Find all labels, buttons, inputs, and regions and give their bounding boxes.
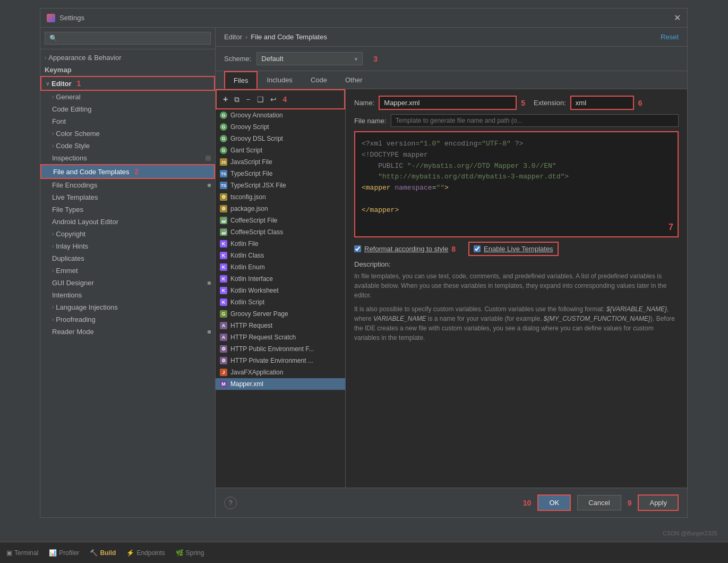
spring-label: Spring	[186, 549, 204, 557]
sidebar-item-editor[interactable]: ∨ Editor 1	[40, 76, 215, 91]
file-item[interactable]: K Kotlin Worksheet	[216, 285, 345, 296]
indicator-icon	[208, 330, 211, 334]
file-item[interactable]: ☕ CoffeeScript Class	[216, 226, 345, 238]
enable-live-label: Enable Live Templates	[484, 245, 553, 253]
sidebar-item-font[interactable]: Font	[40, 115, 215, 127]
scheme-select[interactable]: Default	[256, 52, 363, 65]
file-item[interactable]: ☕ CoffeeScript File	[216, 215, 345, 226]
sidebar-item-code-style[interactable]: › Code Style	[40, 140, 215, 152]
file-type-icon: ☕	[220, 228, 227, 236]
extension-label: Extension:	[534, 99, 566, 107]
file-item[interactable]: K Kotlin Class	[216, 250, 345, 261]
file-item[interactable]: ⚙ package.json	[216, 203, 345, 215]
reformat-label: Reformat according to style	[364, 245, 448, 253]
file-item[interactable]: G Groovy Server Page	[216, 308, 345, 320]
sidebar-item-language-injections[interactable]: › Language Injections	[40, 301, 215, 313]
annotation-3: 3	[373, 55, 378, 63]
sidebar-item-code-editing[interactable]: Code Editing	[40, 103, 215, 115]
file-list-items: G Groovy Annotation G Groovy Script G Gr…	[216, 109, 345, 488]
sidebar-tree: › Appearance & Behavior Keymap ∨ Editor …	[40, 49, 215, 517]
sidebar-item-file-encodings[interactable]: File Encodings	[40, 179, 215, 191]
sidebar-item-inspections[interactable]: Inspections	[40, 152, 215, 164]
sidebar-item-file-templates[interactable]: File and Code Templates 2	[40, 164, 215, 179]
taskbar-profiler[interactable]: 📊 Profiler	[49, 549, 79, 557]
name-input[interactable]	[379, 96, 517, 110]
reset-button[interactable]: Reset	[661, 33, 679, 41]
file-item[interactable]: TS TypeScript JSX File	[216, 180, 345, 191]
file-item[interactable]: ⚙ HTTP Public Environment F...	[216, 343, 345, 355]
sidebar-item-proofreading[interactable]: › Proofreading	[40, 313, 215, 326]
tab-other-label: Other	[345, 76, 363, 84]
apply-button[interactable]: Apply	[638, 494, 679, 511]
file-item[interactable]: A HTTP Request Scratch	[216, 331, 345, 343]
help-button[interactable]: ?	[224, 497, 237, 509]
cancel-button[interactable]: Cancel	[577, 495, 621, 510]
sidebar-item-appearance[interactable]: › Appearance & Behavior	[40, 52, 215, 64]
reformat-checkbox[interactable]	[354, 245, 361, 252]
expand-arrow: ›	[52, 317, 54, 322]
file-type-icon: ⚙	[220, 205, 227, 212]
ok-button[interactable]: OK	[537, 494, 571, 511]
expand-arrow: ›	[52, 131, 54, 137]
close-button[interactable]: ✕	[674, 13, 681, 23]
sidebar-item-reader-mode[interactable]: Reader Mode	[40, 326, 215, 338]
file-item[interactable]: G Groovy DSL Script	[216, 133, 345, 144]
file-item[interactable]: J JavaFXApplication	[216, 366, 345, 378]
tab-code[interactable]: Code	[302, 71, 336, 89]
file-item[interactable]: K Kotlin File	[216, 238, 345, 250]
indicator-icon	[208, 282, 211, 285]
expand-arrow: ›	[52, 304, 54, 310]
sidebar-item-keymap[interactable]: Keymap	[40, 64, 215, 76]
right-editor: Name: 5 Extension: 6 File name:	[346, 89, 687, 488]
expand-arrow: ›	[52, 268, 54, 274]
sidebar-item-general[interactable]: › General	[40, 91, 215, 103]
file-item[interactable]: A HTTP Request	[216, 320, 345, 331]
tab-includes-label: Includes	[267, 76, 292, 84]
sidebar-item-duplicates[interactable]: Duplicates	[40, 252, 215, 265]
file-type-icon: ☕	[220, 217, 227, 224]
code-editor[interactable]: <?xml version="1.0" encoding="UTF-8" ?> …	[354, 131, 679, 237]
file-item[interactable]: ⚙ tsconfig.json	[216, 191, 345, 203]
file-type-icon: G	[220, 123, 227, 131]
file-item[interactable]: G Groovy Annotation	[216, 109, 345, 121]
sidebar-item-gui-designer[interactable]: GUI Designer	[40, 277, 215, 289]
file-item[interactable]: G Gant Script	[216, 144, 345, 156]
sidebar-item-emmet[interactable]: › Emmet	[40, 265, 215, 277]
tab-includes[interactable]: Includes	[258, 71, 301, 89]
extension-input[interactable]	[570, 96, 634, 110]
taskbar-spring[interactable]: 🌿 Spring	[176, 549, 204, 557]
sidebar-item-copyright[interactable]: › Copyright	[40, 228, 215, 240]
duplicate-button[interactable]: ❑	[255, 94, 266, 105]
file-type-icon: K	[220, 252, 227, 259]
sidebar-item-live-templates[interactable]: Live Templates	[40, 191, 215, 203]
file-item-mapper[interactable]: M Mapper.xml	[216, 378, 345, 390]
tab-other[interactable]: Other	[336, 71, 372, 89]
file-item[interactable]: K Kotlin Script	[216, 296, 345, 308]
sidebar-item-color-scheme[interactable]: › Color Scheme	[40, 127, 215, 140]
file-type-icon: G	[220, 112, 227, 119]
enable-live-checkbox[interactable]	[474, 245, 481, 252]
file-item[interactable]: K Kotlin Interface	[216, 273, 345, 285]
file-item[interactable]: TS TypeScript File	[216, 168, 345, 180]
taskbar-build[interactable]: 🔨 Build	[90, 549, 116, 557]
filename-input[interactable]	[391, 114, 679, 127]
revert-button[interactable]: ↩	[268, 94, 279, 105]
file-item[interactable]: G Groovy Script	[216, 121, 345, 133]
copy-button[interactable]: ⧉	[232, 94, 242, 105]
taskbar: ▣ Terminal 📊 Profiler 🔨 Build ⚡ Endpoint…	[0, 542, 728, 563]
remove-button[interactable]: −	[244, 94, 252, 105]
file-item-name: Kotlin Interface	[230, 275, 273, 283]
file-item[interactable]: K Kotlin Enum	[216, 261, 345, 273]
search-input[interactable]	[45, 32, 211, 45]
sidebar-item-intentions[interactable]: Intentions	[40, 289, 215, 301]
file-item[interactable]: ⚙ HTTP Private Environment ...	[216, 355, 345, 366]
sidebar-item-inlay-hints[interactable]: › Inlay Hints	[40, 240, 215, 252]
taskbar-terminal[interactable]: ▣ Terminal	[6, 549, 38, 557]
tab-files[interactable]: Files	[224, 71, 258, 89]
taskbar-endpoints[interactable]: ⚡ Endpoints	[126, 549, 165, 557]
main-panel: Editor › File and Code Templates Reset S…	[216, 28, 687, 517]
add-button[interactable]: +	[221, 93, 230, 105]
sidebar-item-android-layout[interactable]: Android Layout Editor	[40, 216, 215, 228]
file-item[interactable]: JS JavaScript File	[216, 156, 345, 168]
sidebar-item-file-types[interactable]: File Types	[40, 203, 215, 216]
